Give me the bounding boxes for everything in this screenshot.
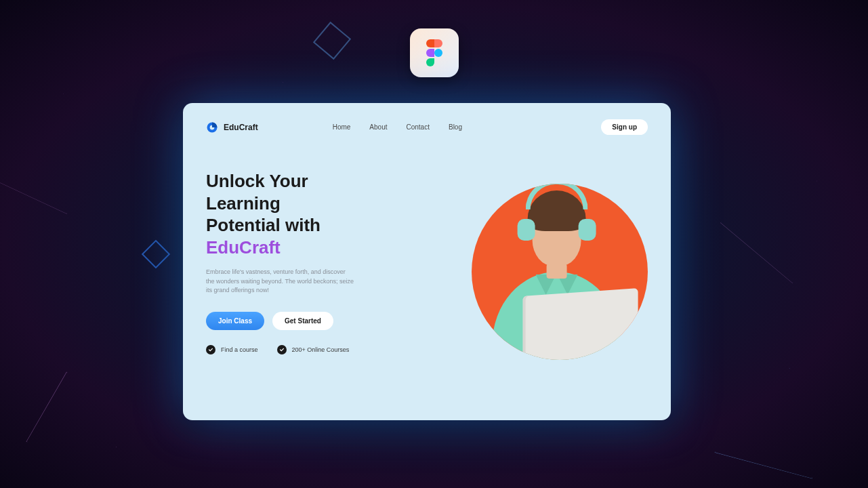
hero-subheading: Embrace life's vastness, venture forth, … [206, 268, 355, 296]
nav-link-about[interactable]: About [369, 123, 387, 131]
figma-logo-badge [410, 28, 459, 77]
nav-link-contact[interactable]: Contact [407, 123, 430, 131]
headline-line: Unlock Your [206, 171, 308, 191]
headline-line: Learning [206, 193, 281, 214]
svg-point-0 [434, 49, 442, 57]
hero-circle [472, 184, 648, 360]
headphone-cup [579, 219, 596, 241]
hero-illustration [409, 170, 648, 354]
headphone-band [526, 184, 588, 209]
feature-label: 200+ Online Courses [292, 346, 350, 353]
bg-diamond [142, 240, 170, 268]
nav-link-home[interactable]: Home [333, 123, 351, 131]
bg-triangle [0, 70, 112, 215]
join-class-button[interactable]: Join Class [206, 312, 264, 330]
hero-section: Unlock Your Learning Potential with EduC… [206, 170, 648, 354]
nav-bar: EduCraft Home About Contact Blog Sign up [206, 119, 648, 135]
bg-triangle [26, 371, 137, 483]
headline-line: Potential with [206, 215, 321, 235]
feature-item: Find a course [206, 345, 258, 354]
check-icon [277, 345, 287, 354]
bg-triangle [714, 354, 839, 479]
feature-item: 200+ Online Courses [277, 345, 350, 354]
laptop [523, 288, 638, 360]
student-illustration [482, 184, 632, 360]
brand-name: EduCraft [224, 123, 258, 132]
hero-headline: Unlock Your Learning Potential with EduC… [206, 170, 409, 258]
bg-diamond [313, 22, 351, 60]
feature-label: Find a course [221, 346, 258, 353]
bg-triangle [720, 150, 853, 283]
check-icon [206, 345, 215, 354]
figma-icon [425, 39, 444, 66]
brand[interactable]: EduCraft [206, 121, 258, 134]
website-mock-card: EduCraft Home About Contact Blog Sign up… [183, 103, 671, 420]
headphone-cup [518, 219, 535, 241]
brand-logo-icon [206, 121, 218, 134]
signup-button[interactable]: Sign up [601, 119, 648, 135]
get-started-button[interactable]: Get Started [272, 312, 333, 330]
hero-copy: Unlock Your Learning Potential with EduC… [206, 170, 409, 354]
feature-row: Find a course 200+ Online Courses [206, 345, 409, 354]
nav-link-blog[interactable]: Blog [449, 123, 462, 131]
nav-links: Home About Contact Blog [333, 123, 462, 131]
cta-row: Join Class Get Started [206, 312, 409, 330]
headline-brand-accent: EduCraft [206, 237, 281, 258]
